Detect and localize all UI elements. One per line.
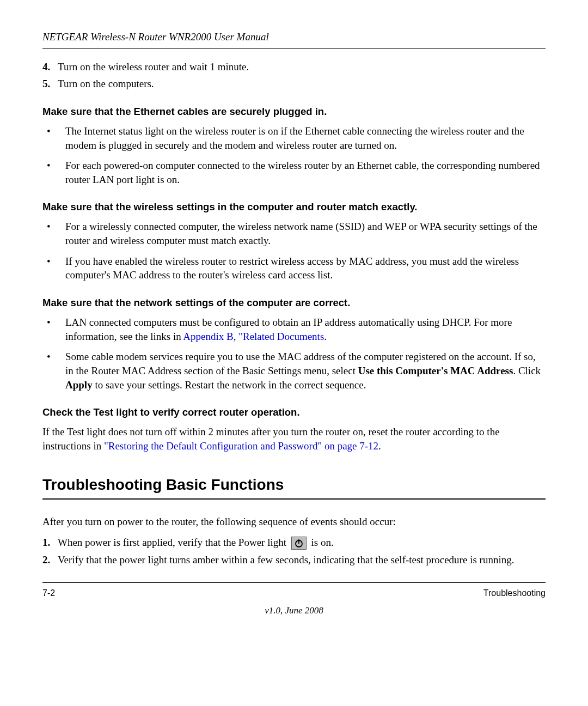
text-segment: is on. <box>311 537 334 548</box>
continued-ordered-list: 4. Turn on the wireless router and wait … <box>42 60 546 91</box>
bullet-text: For a wirelessly connected computer, the… <box>65 220 546 247</box>
footer-page-number: 7-2 <box>42 587 55 599</box>
heading-troubleshooting-basic: Troubleshooting Basic Functions <box>42 474 546 495</box>
header-title: NETGEAR Wireless-N Router WNR2000 User M… <box>42 30 546 44</box>
list-item: 1. When power is first applied, verify t… <box>42 535 546 550</box>
bullet-item: • For each powered-on computer connected… <box>42 159 546 186</box>
text-segment: . <box>378 440 381 452</box>
list-text: Turn on the wireless router and wait 1 m… <box>58 60 546 74</box>
link-appendix-b[interactable]: Appendix B, "Related Documents <box>183 331 324 342</box>
text-segment: . <box>324 331 327 342</box>
list-item: 2. Verify that the power light turns amb… <box>42 553 546 567</box>
heading-rule <box>42 498 546 500</box>
bullet-marker: • <box>42 315 65 343</box>
power-icon <box>291 537 307 550</box>
bold-apply: Apply <box>65 379 93 391</box>
bullet-text: LAN connected computers must be configur… <box>65 315 546 343</box>
bullet-marker: • <box>42 254 65 282</box>
bullet-item: • The Internet status light on the wirel… <box>42 124 546 152</box>
header-rule <box>42 48 546 49</box>
footer-version: v1.0, June 2008 <box>42 605 546 617</box>
list-item: 4. Turn on the wireless router and wait … <box>42 60 546 74</box>
bullet-marker: • <box>42 220 65 247</box>
footer-rule <box>42 582 546 583</box>
page-footer: 7-2 Troubleshooting v1.0, June 2008 <box>42 582 546 617</box>
bullet-marker: • <box>42 124 65 152</box>
section-heading-wireless-match: Make sure that the wireless settings in … <box>42 200 546 214</box>
list-number: 5. <box>42 77 58 91</box>
bullet-text: The Internet status light on the wireles… <box>65 124 546 152</box>
bullet-item: • For a wirelessly connected computer, t… <box>42 220 546 247</box>
bullet-text: For each powered-on computer connected t… <box>65 159 546 186</box>
footer-section-name: Troubleshooting <box>483 587 546 599</box>
bold-use-mac: Use this Computer's MAC Address <box>358 365 513 376</box>
bullet-text: If you have enabled the wireless router … <box>65 254 546 282</box>
page-header: NETGEAR Wireless-N Router WNR2000 User M… <box>42 30 546 49</box>
bullet-item: • LAN connected computers must be config… <box>42 315 546 343</box>
bullet-text: Some cable modem services require you to… <box>65 350 546 392</box>
footer-row: 7-2 Troubleshooting <box>42 587 546 599</box>
list-text: Turn on the computers. <box>58 77 546 91</box>
section-heading-test-light: Check the Test light to verify correct r… <box>42 406 546 419</box>
list-item: 5. Turn on the computers. <box>42 77 546 91</box>
bullet-marker: • <box>42 350 65 392</box>
section-heading-network-settings: Make sure that the network settings of t… <box>42 296 546 310</box>
list-text: Verify that the power light turns amber … <box>58 553 546 567</box>
list-number: 4. <box>42 60 58 74</box>
text-segment: to save your settings. Restart the netwo… <box>93 379 366 391</box>
bullet-item: • If you have enabled the wireless route… <box>42 254 546 282</box>
bullet-item: • Some cable modem services require you … <box>42 350 546 392</box>
intro-paragraph: After you turn on power to the router, t… <box>42 515 546 529</box>
list-text: When power is first applied, verify that… <box>58 535 546 550</box>
text-segment: When power is first applied, verify that… <box>58 537 289 548</box>
bullet-marker: • <box>42 159 65 186</box>
list-number: 1. <box>42 535 58 550</box>
paragraph: If the Test light does not turn off with… <box>42 425 546 453</box>
link-restoring-defaults[interactable]: "Restoring the Default Configuration and… <box>104 440 378 452</box>
text-segment: . Click <box>513 365 541 376</box>
section-heading-ethernet: Make sure that the Ethernet cables are s… <box>42 105 546 119</box>
list-number: 2. <box>42 553 58 567</box>
